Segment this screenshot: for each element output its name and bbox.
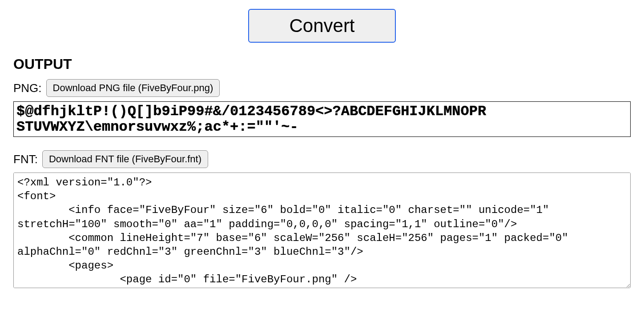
download-png-button[interactable]: Download PNG file (FiveByFour.png) xyxy=(46,79,220,97)
png-label: PNG: xyxy=(13,81,42,95)
convert-button[interactable]: Convert xyxy=(248,9,395,43)
output-heading: OUTPUT xyxy=(13,56,631,72)
png-preview-line1: $@dfhjkltP!()Q[]b9iP99#&/0123456789<>?AB… xyxy=(16,104,628,119)
png-preview-image: $@dfhjkltP!()Q[]b9iP99#&/0123456789<>?AB… xyxy=(13,101,631,137)
download-fnt-button[interactable]: Download FNT file (FiveByFour.fnt) xyxy=(42,150,208,168)
fnt-label: FNT: xyxy=(13,152,38,166)
png-preview-line2: STUVWXYZ\emnorsuvwxz%;ac*+:=""'~- xyxy=(16,119,628,135)
fnt-content-textarea[interactable] xyxy=(13,173,631,288)
